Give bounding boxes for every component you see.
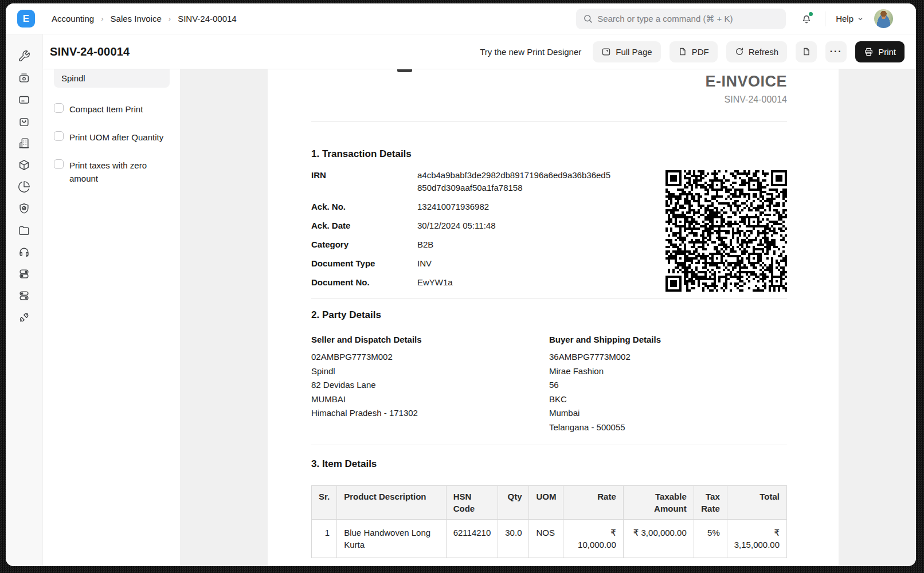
col-qty: Qty [498,486,529,520]
breadcrumb-sales-invoice[interactable]: Sales Invoice [111,14,162,23]
package-icon[interactable] [18,159,30,171]
print-zero-taxes-option[interactable]: Print taxes with zero amount [54,159,170,185]
invoice-title: E-INVOICE [311,72,787,91]
full-page-label: Full Page [616,47,652,57]
detail-value: 30/12/2024 05:11:48 [417,219,615,232]
print-format-value: Spindl [61,73,85,83]
print-label: Print [878,47,896,57]
einvoice-qr-code [665,170,787,292]
refresh-label: Refresh [749,47,779,57]
global-search[interactable] [576,9,786,29]
topbar-right-cluster: Help [576,9,893,29]
checkbox-label[interactable]: Print taxes with zero amount [69,159,170,185]
breadcrumb-accounting[interactable]: Accounting [52,14,94,23]
compact-item-print-option[interactable]: Compact Item Print [54,103,170,116]
detail-value: EwYW1a [417,276,615,289]
printer-icon [864,47,874,57]
tools-icon[interactable] [18,50,30,62]
seller-name: Spindl [311,364,549,379]
full-page-icon [601,47,611,57]
cell-taxable: ₹ 3,00,000.00 [623,520,694,558]
compact-item-print-checkbox[interactable] [54,103,64,113]
col-rate: Rate [563,486,623,520]
toggles-icon[interactable] [18,268,30,280]
seller-state-pin: Himachal Pradesh - 171302 [311,406,549,421]
more-options-button[interactable]: ··· [825,41,847,62]
print-uom-option[interactable]: Print UOM after Quantity [54,131,170,144]
buyer-name: Mirae Fashion [549,364,787,379]
credit-card-icon[interactable] [18,93,30,106]
col-hsn: HSN Code [446,486,498,520]
buyer-details: Buyer and Shipping Details 36AMBPG7773M0… [549,333,787,434]
folder-icon[interactable] [18,224,30,237]
buyer-gstin: 36AMBPG7773M002 [549,350,787,364]
section-heading: 3. Item Details [311,457,787,471]
section-heading: 2. Party Details [311,308,787,322]
checkbox-label[interactable]: Compact Item Print [69,103,143,116]
headset-icon[interactable] [18,246,30,258]
detail-label: Ack. Date [311,219,417,232]
print-preview-area[interactable]: E-INVOICE SINV-24-00014 1. Transaction D… [180,69,916,566]
help-menu[interactable]: Help [836,14,864,23]
seller-heading: Seller and Dispatch Details [311,333,549,346]
divider [311,121,787,122]
checkbox-label[interactable]: Print UOM after Quantity [69,131,163,144]
print-button[interactable]: Print [855,41,905,62]
breadcrumb: Accounting › Sales Invoice › SINV-24-000… [52,14,237,23]
user-avatar[interactable] [874,9,893,28]
cash-register-icon[interactable] [18,72,30,84]
search-icon [583,14,593,23]
divider [825,11,825,26]
search-input[interactable] [597,14,779,23]
pie-chart-icon[interactable] [18,180,30,193]
shopping-bag-icon[interactable] [18,115,30,128]
print-uom-checkbox[interactable] [54,131,64,141]
switches-icon[interactable] [18,289,30,302]
print-designer-link[interactable]: Try the new Print Designer [480,47,581,57]
party-details-section: 2. Party Details Seller and Dispatch Det… [311,298,787,434]
page-title: SINV-24-00014 [50,45,130,58]
notifications-button[interactable] [801,13,812,25]
detail-label: IRN [311,169,417,194]
col-uom: UOM [529,486,563,520]
seller-address: 82 Devidas Lane [311,378,549,393]
app-logo[interactable]: E [17,10,35,28]
buyer-address1: 56 [549,378,787,393]
col-sr: Sr. [312,486,337,520]
app-window: E Accounting › Sales Invoice › SINV-24-0… [6,3,916,566]
print-format-select[interactable]: Spindl [54,69,170,88]
detail-label: Ack. No. [311,201,417,213]
cell-qty: 30.0 [498,520,529,558]
refresh-button[interactable]: Refresh [726,41,788,62]
building-icon[interactable] [18,137,30,150]
module-rail [6,34,43,566]
col-product: Product Description [337,486,446,520]
help-label: Help [836,14,853,23]
seller-city: MUMBAI [311,393,549,407]
refresh-icon [735,47,744,56]
col-total: Total [727,486,786,520]
document-icon [802,47,811,56]
document-button[interactable] [796,41,817,62]
print-zero-taxes-checkbox[interactable] [54,159,64,169]
table-header-row: Sr. Product Description HSN Code Qty UOM… [312,486,787,520]
detail-value: 132410071936982 [417,201,615,213]
cell-total: ₹ 3,15,000.00 [727,520,786,558]
transaction-details-section: 1. Transaction Details IRNa4cb4a9babf3de… [311,147,787,289]
detail-label: Document Type [311,257,417,270]
buyer-city: Mumbai [549,406,787,421]
notification-dot [809,12,813,16]
shield-check-icon[interactable] [18,202,30,215]
invoice-header: E-INVOICE SINV-24-00014 [311,69,787,105]
pdf-button[interactable]: PDF [669,41,718,62]
item-details-section: 3. Item Details Sr. Product Description [311,445,787,558]
print-settings-panel: Spindl Compact Item Print Print UOM afte… [43,69,180,566]
chevron-down-icon [857,15,864,22]
plug-icon[interactable] [18,311,30,324]
pdf-label: PDF [692,47,709,57]
full-page-button[interactable]: Full Page [593,41,660,62]
cell-rate: ₹ 10,000.00 [563,520,623,558]
buyer-address2: BKC [549,393,787,407]
seller-details: Seller and Dispatch Details 02AMBPG7773M… [311,333,549,434]
cell-product: Blue Handwoven Long Kurta [337,520,446,558]
